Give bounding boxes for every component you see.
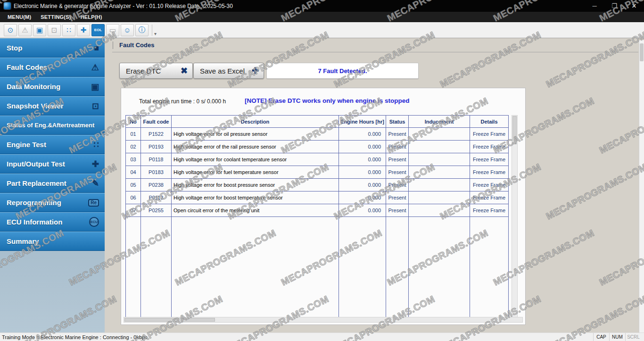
table-cell: Open circuit error of the metering unit: [172, 204, 339, 217]
power-icon[interactable]: ⊙: [4, 24, 17, 36]
toolbar-overflow-button[interactable]: ▾: [154, 31, 157, 36]
sidebar-item-io-test[interactable]: Input/Output Test✚: [0, 154, 105, 174]
minimize-button[interactable]: ─: [585, 0, 604, 12]
table-cell: [409, 153, 470, 166]
table-vertical-scrollbar[interactable]: [512, 115, 518, 317]
sidebar-item-label: Engine Test: [7, 141, 46, 149]
maximize-button[interactable]: ❐: [604, 0, 624, 12]
table-cell: 0.000: [339, 166, 386, 179]
io-test-icon[interactable]: ✚: [77, 24, 90, 36]
empty-grid-cell: [339, 217, 386, 317]
table-cell: Freeze Frame: [470, 204, 509, 217]
table-row[interactable]: 03P0118High voltage error for coolant te…: [125, 153, 509, 166]
table-row[interactable]: 04P0183High voltage error for fuel tempe…: [125, 166, 509, 179]
sidebar-item-label: Input/Output Test: [7, 160, 65, 168]
column-header[interactable]: Details: [470, 116, 509, 128]
ecu-icon: ECU: [89, 217, 99, 227]
sidebar-item-label: Fault Codes: [7, 63, 47, 71]
empty-grid-cell: [386, 217, 409, 317]
ecu-info-icon[interactable]: ⓘ: [135, 24, 149, 36]
table-cell: 01: [126, 128, 141, 141]
column-header[interactable]: Inducement: [409, 116, 470, 128]
table-cell: [409, 166, 470, 179]
monitor-icon[interactable]: ▣: [33, 24, 46, 36]
camera-icon: ⊡: [92, 102, 99, 110]
table-cell: Present: [386, 166, 409, 179]
close-button[interactable]: ×: [624, 0, 644, 12]
window-title: Electronic Marine & generator Engine Ana…: [14, 3, 233, 9]
table-cell: Freeze Frame: [470, 166, 509, 179]
statusbar-right: CAPNUMSCRL: [593, 333, 644, 341]
table-horizontal-scrollbar[interactable]: [124, 317, 523, 323]
table-row[interactable]: 02P0193High voltage error of the rail pr…: [125, 141, 509, 153]
table-cell: 02: [126, 141, 141, 153]
table-cell: 0.000: [339, 141, 386, 153]
sidebar-item-label: Status of Eng.&Aftertreatment: [7, 122, 94, 129]
window-controls: ─ ❐ ×: [585, 0, 644, 12]
column-header[interactable]: Description: [172, 116, 339, 128]
main-content: Fault Codes Erase DTC ✖ Save as Excel ✚ …: [105, 38, 644, 333]
horizontal-scrollbar-thumb[interactable]: [124, 318, 215, 322]
warning-icon: ⚠: [91, 63, 99, 72]
empty-grid-cell: [126, 217, 141, 317]
column-header[interactable]: Status: [386, 116, 409, 128]
erase-dtc-button[interactable]: Erase DTC ✖: [119, 63, 193, 79]
header-rule: [112, 52, 638, 52]
sidebar-item-reprogramming[interactable]: ReprogrammingRe: [0, 193, 105, 212]
save-as-excel-button[interactable]: Save as Excel ✚: [193, 63, 264, 79]
table-row[interactable]: 05P0238High voltage error for boost pres…: [125, 179, 509, 191]
sidebar: Stop■Fault Codes⚠Data Monitoring▣Snapsho…: [0, 38, 105, 333]
reprogramming-icon[interactable]: ☺: [121, 24, 134, 36]
reprogram-icon: Re: [88, 199, 99, 207]
column-header[interactable]: No: [126, 116, 141, 128]
table-cell: [409, 141, 470, 153]
part-replacement-icon[interactable]: ▭: [106, 24, 119, 36]
table-cell: Freeze Frame: [470, 153, 509, 166]
toolbar-separator: [152, 25, 152, 36]
table-cell: [409, 179, 470, 191]
io-test-icon: ✚: [92, 160, 99, 168]
eol-icon[interactable]: EOL: [91, 24, 105, 36]
sidebar-item-summary[interactable]: Summary: [0, 232, 105, 251]
table-row[interactable]: 07P0255Open circuit error of the meterin…: [125, 204, 509, 217]
table-cell: Present: [386, 191, 409, 204]
sidebar-item-label: Reprogramming: [7, 199, 61, 207]
sidebar-item-data-monitoring[interactable]: Data Monitoring▣: [0, 77, 105, 96]
column-header[interactable]: Engine Hours [hr]: [339, 116, 386, 128]
window-vertical-scrollbar[interactable]: [639, 40, 644, 333]
warning-icon[interactable]: ⚠: [18, 24, 32, 36]
table-cell: 0.000: [339, 128, 386, 141]
table-cell: Freeze Frame: [470, 128, 509, 141]
menu-menu[interactable]: MENU(M): [3, 14, 36, 20]
table-row[interactable]: 06P0113High voltage error for boost temp…: [125, 191, 509, 204]
sidebar-item-snapshot-viewer[interactable]: Snapshot Viewer⊡: [0, 96, 105, 116]
table-row[interactable]: 01P1522High voltage error for oil pressu…: [125, 128, 509, 141]
erase-note-text: [NOTE] Erase DTC works only when engine …: [245, 97, 410, 104]
status-message: Training Mode = Electronic Marine Engine…: [0, 334, 148, 340]
camera-icon[interactable]: ⊡: [48, 24, 61, 36]
erase-dtc-label: Erase DTC: [126, 67, 161, 75]
table-cell: 0.000: [339, 153, 386, 166]
sidebar-item-status-aftertreatment[interactable]: Status of Eng.&Aftertreatment: [0, 116, 105, 135]
table-cell: High voltage error of the rail pressure …: [172, 141, 339, 153]
sidebar-item-label: Snapshot Viewer: [7, 102, 64, 110]
column-header[interactable]: Fault code: [141, 116, 172, 128]
sidebar-item-part-replacement[interactable]: Part Replacement✎: [0, 174, 105, 193]
menu-help[interactable]: HELP(H): [76, 14, 107, 20]
fault-table: NoFault codeDescriptionEngine Hours [hr]…: [125, 115, 509, 317]
table-cell: P0113: [141, 191, 172, 204]
sidebar-item-engine-test[interactable]: Engine Test∷: [0, 135, 105, 154]
window-scrollbar-thumb[interactable]: [640, 43, 644, 61]
sidebar-item-stop[interactable]: Stop■: [0, 38, 105, 58]
menu-setting[interactable]: SETTING(S): [36, 14, 75, 20]
table-cell: P1522: [141, 128, 172, 141]
sidebar-item-ecu-information[interactable]: ECU InformationECU: [0, 212, 105, 232]
monitor-icon: ▣: [91, 83, 99, 91]
empty-grid-cell: [470, 217, 509, 317]
sidebar-item-fault-codes[interactable]: Fault Codes⚠: [0, 58, 105, 77]
toolbar-icons: ⊙⚠▣⊡∷✚EOL▭☺ⓘ: [4, 24, 150, 36]
engine-test-icon[interactable]: ∷: [62, 24, 75, 36]
vertical-scrollbar-thumb[interactable]: [512, 116, 517, 144]
status-bar: Training Mode = Electronic Marine Engine…: [0, 333, 644, 341]
status-cap: CAP: [593, 333, 609, 341]
